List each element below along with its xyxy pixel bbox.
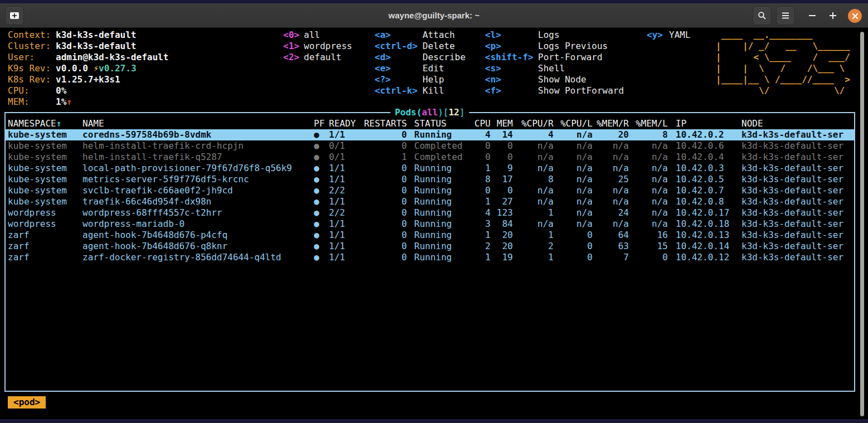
cell-restarts: 0	[357, 252, 407, 263]
cell-cpu_l: n/a	[554, 196, 593, 207]
cell-cpu_r: 2	[513, 241, 554, 252]
cell-namespace: kube-system	[8, 140, 83, 152]
maximize-button[interactable]	[825, 7, 841, 24]
table-row[interactable]: zarfzarf-docker-registry-856dd74644-q4lt…	[6, 252, 854, 263]
cell-node: k3d-k3s-default-ser	[741, 174, 854, 185]
pods-table: NAMESPACE↑NAMEPFREADYRESTARTSSTATUSCPUME…	[4, 112, 855, 392]
cell-ip: 10.42.0.13	[668, 230, 741, 241]
column-header--cpu-l[interactable]: %CPU/L	[554, 118, 593, 129]
hotkey-row: <s>Shell	[485, 63, 624, 74]
hotkey-action-label: Logs Previous	[538, 41, 608, 52]
cell-node: k3d-k3s-default-ser	[741, 185, 854, 196]
cell-status: Running	[407, 230, 473, 241]
column-header-node[interactable]: NODE	[741, 118, 854, 129]
cluster-info-row: K9s Rev:v0.0.0 ⚡v0.27.3	[8, 63, 168, 74]
column-header-restarts[interactable]: RESTARTS	[357, 118, 407, 129]
hotkey-row: <p>Logs Previous	[485, 41, 624, 52]
close-button[interactable]	[848, 9, 862, 23]
cell-status: Running	[407, 185, 473, 196]
cell-name: helm-install-traefik-q5287	[83, 152, 314, 163]
hotkey-key: <ctrl-k>	[375, 85, 418, 96]
cell-ip: 10.42.0.7	[668, 185, 741, 196]
pf-dot-icon: ●	[314, 140, 329, 152]
cell-status: Running	[407, 129, 473, 140]
cell-restarts: 0	[357, 241, 407, 252]
cell-mem: 20	[491, 241, 513, 252]
minimize-button[interactable]	[804, 7, 820, 24]
cluster-info-label: Context:	[8, 30, 56, 41]
cell-cpu_l: n/a	[554, 163, 593, 174]
cell-mem_l: n/a	[629, 174, 668, 185]
hotkey-key: <2>	[283, 52, 299, 63]
pf-dot-icon: ●	[314, 152, 329, 163]
cell-cpu_l: n/a	[554, 174, 593, 185]
cell-ready: 1/1	[329, 174, 357, 185]
cluster-info-label: Cluster:	[8, 41, 56, 52]
cell-namespace: zarf	[8, 252, 83, 263]
pf-dot-icon: ●	[314, 207, 329, 218]
cell-mem_l: n/a	[629, 207, 668, 218]
table-row[interactable]: kube-systemmetrics-server-5f9f776df5-krc…	[6, 174, 854, 185]
cell-mem_l: n/a	[629, 185, 668, 196]
hotkey-action-label: YAML	[669, 30, 691, 41]
menu-button[interactable]	[776, 6, 795, 25]
column-header-cpu[interactable]: CPU	[473, 118, 491, 129]
table-header-row: NAMESPACE↑NAMEPFREADYRESTARTSSTATUSCPUME…	[6, 118, 854, 129]
cell-status: Running	[407, 163, 473, 174]
pf-dot-icon: ●	[314, 185, 329, 196]
hotkey-key: <y>	[647, 30, 663, 41]
cell-mem_l: n/a	[629, 196, 668, 207]
cell-cpu_r: 1	[513, 230, 554, 241]
scrollbar[interactable]	[860, 32, 864, 416]
cluster-info-value-segment: 1%	[56, 96, 66, 107]
cluster-info-value: 1%↑	[56, 96, 72, 108]
cluster-info-value-segment: v0.0.0	[56, 63, 93, 74]
cell-mem_r: n/a	[593, 140, 629, 152]
cell-node: k3d-k3s-default-ser	[741, 207, 854, 218]
column-header--mem-l[interactable]: %MEM/L	[629, 118, 668, 129]
cell-mem: 19	[491, 252, 513, 263]
search-button[interactable]	[753, 6, 772, 25]
cluster-info-row: Cluster:k3d-k3s-default	[8, 41, 168, 52]
cell-name: helm-install-traefik-crd-hcpjn	[83, 140, 314, 152]
column-header--cpu-r[interactable]: %CPU/R	[513, 118, 554, 129]
cluster-info-row: K8s Rev:v1.25.7+k3s1	[8, 74, 168, 85]
cell-mem_l: n/a	[629, 140, 668, 152]
hotkey-action-label: wordpress	[304, 41, 352, 52]
table-row[interactable]: zarfagent-hook-7b4648d676-p4cfq●1/10Runn…	[6, 230, 854, 241]
table-row[interactable]: wordpresswordpress-mariadb-0●1/10Running…	[6, 218, 854, 230]
column-header-namespace[interactable]: NAMESPACE↑	[8, 118, 83, 129]
table-row[interactable]: wordpresswordpress-68fff4557c-t2hrr●2/20…	[6, 207, 854, 218]
table-row[interactable]: kube-systemhelm-install-traefik-q5287●0/…	[6, 152, 854, 163]
cell-ready: 1/1	[329, 163, 357, 174]
cell-node: k3d-k3s-default-ser	[741, 252, 854, 263]
hotkey-row: <?>Help	[375, 74, 465, 85]
new-tab-button[interactable]	[5, 6, 24, 25]
column-header-mem[interactable]: MEM	[491, 118, 513, 129]
table-row[interactable]: zarfagent-hook-7b4648d676-q8knr●1/10Runn…	[6, 241, 854, 252]
hamburger-menu-icon	[781, 12, 790, 20]
cluster-info-value: 0%	[56, 85, 66, 96]
column-header-name[interactable]: NAME	[83, 118, 314, 129]
cell-mem_l: n/a	[629, 218, 668, 230]
column-header-pf[interactable]: PF	[314, 118, 329, 129]
cell-ip: 10.42.0.17	[668, 207, 741, 218]
cell-cpu_l: n/a	[554, 185, 593, 196]
cell-cpu_r: n/a	[513, 196, 554, 207]
table-row[interactable]: kube-systemtraefik-66c46d954f-dx98n●1/10…	[6, 196, 854, 207]
cell-mem_r: 20	[593, 129, 629, 140]
table-row[interactable]: kube-systemsvclb-traefik-c66ae0f2-jh9cd●…	[6, 185, 854, 196]
cell-cpu_r: n/a	[513, 218, 554, 230]
cell-ready: 1/1	[329, 241, 357, 252]
table-row[interactable]: kube-systemhelm-install-traefik-crd-hcpj…	[6, 140, 854, 152]
cell-ready: 1/1	[329, 230, 357, 241]
terminal-window: wayne@guilty-spark: ~	[0, 3, 868, 419]
table-row[interactable]: kube-systemcoredns-597584b69b-8vdmk●1/10…	[6, 129, 854, 140]
column-header-ready[interactable]: READY	[329, 118, 357, 129]
cell-node: k3d-k3s-default-ser	[741, 196, 854, 207]
column-header-ip[interactable]: IP	[668, 118, 741, 129]
column-header--mem-r[interactable]: %MEM/R	[593, 118, 629, 129]
hotkey-key: <n>	[485, 74, 534, 85]
column-header-status[interactable]: STATUS	[407, 118, 473, 129]
table-row[interactable]: kube-systemlocal-path-provisioner-79f67d…	[6, 163, 854, 174]
